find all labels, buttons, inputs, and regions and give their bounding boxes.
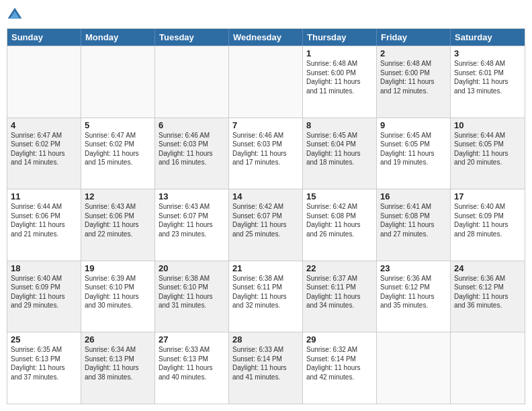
- day-number: 3: [454, 48, 521, 58]
- day-info: Sunrise: 6:35 AM Sunset: 6:13 PM Dayligh…: [11, 345, 77, 381]
- logo-icon: [7, 7, 23, 23]
- day-number: 26: [85, 334, 151, 345]
- day-info: Sunrise: 6:47 AM Sunset: 6:02 PM Dayligh…: [85, 131, 151, 167]
- calendar-body: 1Sunrise: 6:48 AM Sunset: 6:00 PM Daylig…: [7, 46, 525, 404]
- day-number: 28: [232, 334, 299, 345]
- day-number: 6: [159, 120, 225, 130]
- day-info: Sunrise: 6:48 AM Sunset: 6:01 PM Dayligh…: [454, 59, 521, 95]
- header-day-monday: Monday: [81, 29, 155, 46]
- cal-cell-25: 25Sunrise: 6:35 AM Sunset: 6:13 PM Dayli…: [7, 332, 81, 404]
- day-number: 9: [380, 120, 447, 130]
- day-number: 22: [306, 263, 373, 273]
- cal-cell-empty: [377, 332, 451, 404]
- day-info: Sunrise: 6:38 AM Sunset: 6:10 PM Dayligh…: [159, 274, 225, 310]
- calendar-header: SundayMondayTuesdayWednesdayThursdayFrid…: [7, 29, 525, 46]
- cal-cell-5: 5Sunrise: 6:47 AM Sunset: 6:02 PM Daylig…: [81, 118, 155, 189]
- day-info: Sunrise: 6:43 AM Sunset: 6:06 PM Dayligh…: [85, 202, 151, 238]
- day-number: 7: [232, 120, 299, 130]
- header-day-thursday: Thursday: [303, 29, 377, 46]
- cal-cell-17: 17Sunrise: 6:40 AM Sunset: 6:09 PM Dayli…: [451, 189, 525, 261]
- day-info: Sunrise: 6:33 AM Sunset: 6:13 PM Dayligh…: [159, 345, 225, 381]
- calendar-row-0: 1Sunrise: 6:48 AM Sunset: 6:00 PM Daylig…: [7, 46, 525, 118]
- logo: [7, 7, 26, 23]
- cal-cell-24: 24Sunrise: 6:36 AM Sunset: 6:12 PM Dayli…: [451, 261, 525, 332]
- cal-cell-13: 13Sunrise: 6:43 AM Sunset: 6:07 PM Dayli…: [155, 189, 229, 261]
- day-number: 16: [380, 191, 447, 201]
- day-info: Sunrise: 6:47 AM Sunset: 6:02 PM Dayligh…: [11, 131, 77, 167]
- day-number: 23: [380, 263, 447, 273]
- day-info: Sunrise: 6:42 AM Sunset: 6:07 PM Dayligh…: [232, 202, 299, 238]
- day-number: 25: [11, 334, 77, 345]
- header-day-tuesday: Tuesday: [155, 29, 229, 46]
- day-info: Sunrise: 6:46 AM Sunset: 6:03 PM Dayligh…: [232, 131, 299, 167]
- day-number: 1: [306, 48, 373, 58]
- calendar: SundayMondayTuesdayWednesdayThursdayFrid…: [7, 28, 525, 404]
- day-info: Sunrise: 6:42 AM Sunset: 6:08 PM Dayligh…: [306, 202, 373, 238]
- day-info: Sunrise: 6:44 AM Sunset: 6:05 PM Dayligh…: [454, 131, 521, 167]
- cal-cell-15: 15Sunrise: 6:42 AM Sunset: 6:08 PM Dayli…: [303, 189, 377, 261]
- calendar-row-1: 4Sunrise: 6:47 AM Sunset: 6:02 PM Daylig…: [7, 118, 525, 189]
- cal-cell-empty: [229, 46, 303, 118]
- header-day-wednesday: Wednesday: [229, 29, 303, 46]
- day-info: Sunrise: 6:34 AM Sunset: 6:13 PM Dayligh…: [85, 345, 151, 381]
- day-info: Sunrise: 6:32 AM Sunset: 6:14 PM Dayligh…: [306, 345, 373, 381]
- cal-cell-1: 1Sunrise: 6:48 AM Sunset: 6:00 PM Daylig…: [303, 46, 377, 118]
- day-number: 14: [232, 191, 299, 201]
- day-number: 4: [11, 120, 77, 130]
- day-number: 24: [454, 263, 521, 273]
- cal-cell-27: 27Sunrise: 6:33 AM Sunset: 6:13 PM Dayli…: [155, 332, 229, 404]
- cal-cell-empty: [81, 46, 155, 118]
- day-number: 18: [11, 263, 77, 273]
- cal-cell-16: 16Sunrise: 6:41 AM Sunset: 6:08 PM Dayli…: [377, 189, 451, 261]
- cal-cell-22: 22Sunrise: 6:37 AM Sunset: 6:11 PM Dayli…: [303, 261, 377, 332]
- day-number: 29: [306, 334, 373, 345]
- calendar-row-2: 11Sunrise: 6:44 AM Sunset: 6:06 PM Dayli…: [7, 189, 525, 261]
- day-number: 20: [159, 263, 225, 273]
- day-number: 21: [232, 263, 299, 273]
- cal-cell-empty: [155, 46, 229, 118]
- day-number: 5: [85, 120, 151, 130]
- day-info: Sunrise: 6:48 AM Sunset: 6:00 PM Dayligh…: [306, 59, 373, 95]
- day-info: Sunrise: 6:43 AM Sunset: 6:07 PM Dayligh…: [159, 202, 225, 238]
- cal-cell-26: 26Sunrise: 6:34 AM Sunset: 6:13 PM Dayli…: [81, 332, 155, 404]
- day-info: Sunrise: 6:36 AM Sunset: 6:12 PM Dayligh…: [380, 274, 447, 310]
- day-number: 10: [454, 120, 521, 130]
- day-info: Sunrise: 6:48 AM Sunset: 6:00 PM Dayligh…: [380, 59, 447, 95]
- day-number: 27: [159, 334, 225, 345]
- header-day-friday: Friday: [377, 29, 451, 46]
- cal-cell-23: 23Sunrise: 6:36 AM Sunset: 6:12 PM Dayli…: [377, 261, 451, 332]
- cal-cell-7: 7Sunrise: 6:46 AM Sunset: 6:03 PM Daylig…: [229, 118, 303, 189]
- cal-cell-8: 8Sunrise: 6:45 AM Sunset: 6:04 PM Daylig…: [303, 118, 377, 189]
- day-number: 19: [85, 263, 151, 273]
- day-number: 11: [11, 191, 77, 201]
- day-info: Sunrise: 6:38 AM Sunset: 6:11 PM Dayligh…: [232, 274, 299, 310]
- calendar-row-4: 25Sunrise: 6:35 AM Sunset: 6:13 PM Dayli…: [7, 332, 525, 404]
- day-info: Sunrise: 6:40 AM Sunset: 6:09 PM Dayligh…: [11, 274, 77, 310]
- day-info: Sunrise: 6:33 AM Sunset: 6:14 PM Dayligh…: [232, 345, 299, 381]
- cal-cell-14: 14Sunrise: 6:42 AM Sunset: 6:07 PM Dayli…: [229, 189, 303, 261]
- day-number: 2: [380, 48, 447, 58]
- cal-cell-3: 3Sunrise: 6:48 AM Sunset: 6:01 PM Daylig…: [451, 46, 525, 118]
- cal-cell-11: 11Sunrise: 6:44 AM Sunset: 6:06 PM Dayli…: [7, 189, 81, 261]
- header: [7, 7, 525, 23]
- header-day-saturday: Saturday: [451, 29, 525, 46]
- cal-cell-9: 9Sunrise: 6:45 AM Sunset: 6:05 PM Daylig…: [377, 118, 451, 189]
- day-number: 8: [306, 120, 373, 130]
- day-info: Sunrise: 6:41 AM Sunset: 6:08 PM Dayligh…: [380, 202, 447, 238]
- cal-cell-12: 12Sunrise: 6:43 AM Sunset: 6:06 PM Dayli…: [81, 189, 155, 261]
- day-number: 12: [85, 191, 151, 201]
- cal-cell-19: 19Sunrise: 6:39 AM Sunset: 6:10 PM Dayli…: [81, 261, 155, 332]
- cal-cell-empty: [7, 46, 81, 118]
- day-number: 15: [306, 191, 373, 201]
- cal-cell-2: 2Sunrise: 6:48 AM Sunset: 6:00 PM Daylig…: [377, 46, 451, 118]
- day-info: Sunrise: 6:36 AM Sunset: 6:12 PM Dayligh…: [454, 274, 521, 310]
- day-info: Sunrise: 6:46 AM Sunset: 6:03 PM Dayligh…: [159, 131, 225, 167]
- cal-cell-6: 6Sunrise: 6:46 AM Sunset: 6:03 PM Daylig…: [155, 118, 229, 189]
- cal-cell-29: 29Sunrise: 6:32 AM Sunset: 6:14 PM Dayli…: [303, 332, 377, 404]
- day-info: Sunrise: 6:39 AM Sunset: 6:10 PM Dayligh…: [85, 274, 151, 310]
- header-day-sunday: Sunday: [7, 29, 81, 46]
- cal-cell-28: 28Sunrise: 6:33 AM Sunset: 6:14 PM Dayli…: [229, 332, 303, 404]
- cal-cell-21: 21Sunrise: 6:38 AM Sunset: 6:11 PM Dayli…: [229, 261, 303, 332]
- day-info: Sunrise: 6:44 AM Sunset: 6:06 PM Dayligh…: [11, 202, 77, 238]
- cal-cell-18: 18Sunrise: 6:40 AM Sunset: 6:09 PM Dayli…: [7, 261, 81, 332]
